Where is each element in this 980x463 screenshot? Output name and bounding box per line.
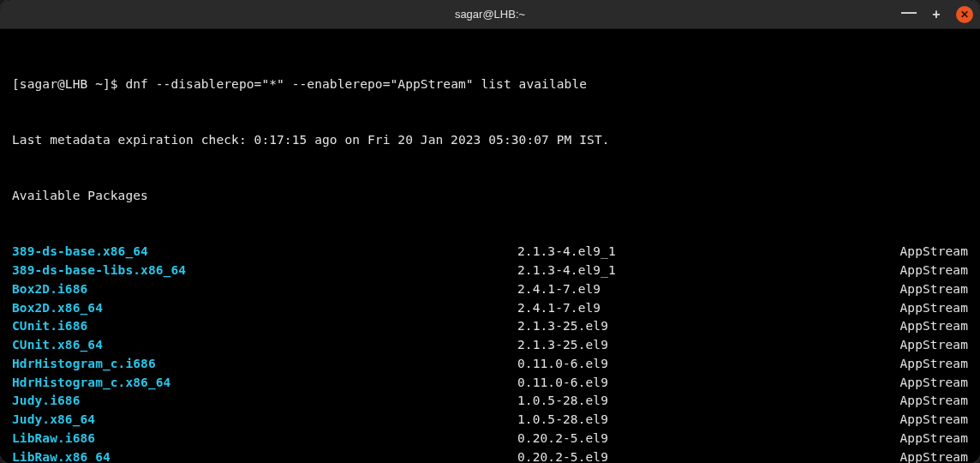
package-row: HdrHistogram_c.i6860.11.0-6.el9AppStream xyxy=(12,355,968,374)
package-name: HdrHistogram_c.i686 xyxy=(12,355,517,374)
package-list: 389-ds-base.x86_642.1.3-4.el9_1AppStream… xyxy=(12,243,968,463)
package-row: 389-ds-base-libs.x86_642.1.3-4.el9_1AppS… xyxy=(12,262,968,280)
terminal-window: sagar@LHB:~ ― + ✕ [sagar@LHB ~]$ dnf --d… xyxy=(0,0,980,463)
prompt-command: dnf --disablerepo="*" --enablerepo="AppS… xyxy=(125,77,587,91)
package-row: Box2D.i6862.4.1-7.el9AppStream xyxy=(12,280,968,299)
window-controls: ― + ✕ xyxy=(901,6,973,23)
package-name: 389-ds-base-libs.x86_64 xyxy=(12,262,517,280)
package-name: CUnit.x86_64 xyxy=(12,336,517,355)
terminal-body[interactable]: [sagar@LHB ~]$ dnf --disablerepo="*" --e… xyxy=(0,29,980,463)
package-repo: AppStream xyxy=(886,355,968,374)
package-name: LibRaw.i686 xyxy=(12,430,517,448)
package-name: CUnit.i686 xyxy=(12,317,517,336)
minimize-button[interactable]: ― xyxy=(901,7,917,22)
package-row: Judy.x86_641.0.5-28.el9AppStream xyxy=(12,411,968,430)
package-version: 0.11.0-6.el9 xyxy=(517,374,886,393)
package-name: Judy.x86_64 xyxy=(12,411,517,430)
package-version: 2.1.3-25.el9 xyxy=(517,317,886,336)
package-version: 2.1.3-25.el9 xyxy=(517,336,886,355)
package-version: 1.0.5-28.el9 xyxy=(517,411,886,430)
package-name: Box2D.x86_64 xyxy=(12,299,517,318)
package-name: HdrHistogram_c.x86_64 xyxy=(12,374,517,393)
package-repo: AppStream xyxy=(886,262,968,280)
package-version: 2.4.1-7.el9 xyxy=(517,280,886,299)
package-repo: AppStream xyxy=(886,448,968,464)
package-name: Judy.i686 xyxy=(12,392,517,411)
package-version: 0.20.2-5.el9 xyxy=(517,448,886,464)
package-repo: AppStream xyxy=(886,336,968,355)
maximize-button[interactable]: + xyxy=(929,7,944,22)
package-repo: AppStream xyxy=(886,411,968,430)
package-row: 389-ds-base.x86_642.1.3-4.el9_1AppStream xyxy=(12,243,968,262)
package-version: 0.11.0-6.el9 xyxy=(517,355,886,374)
close-button[interactable]: ✕ xyxy=(956,6,973,23)
package-version: 2.1.3-4.el9_1 xyxy=(517,262,886,280)
package-row: HdrHistogram_c.x86_640.11.0-6.el9AppStre… xyxy=(12,374,968,393)
package-row: LibRaw.i6860.20.2-5.el9AppStream xyxy=(12,430,968,448)
prompt-prefix: [sagar@LHB ~]$ xyxy=(12,77,125,91)
package-version: 0.20.2-5.el9 xyxy=(517,430,886,448)
package-name: Box2D.i686 xyxy=(12,280,517,299)
package-name: 389-ds-base.x86_64 xyxy=(12,243,517,262)
list-header: Available Packages xyxy=(12,187,968,206)
package-row: CUnit.x86_642.1.3-25.el9AppStream xyxy=(12,336,968,355)
package-repo: AppStream xyxy=(886,243,968,262)
metadata-line: Last metadata expiration check: 0:17:15 … xyxy=(12,131,968,150)
package-repo: AppStream xyxy=(886,374,968,393)
package-version: 1.0.5-28.el9 xyxy=(517,392,886,411)
package-repo: AppStream xyxy=(886,430,968,448)
package-row: Box2D.x86_642.4.1-7.el9AppStream xyxy=(12,299,968,318)
window-title: sagar@LHB:~ xyxy=(455,8,525,21)
package-row: CUnit.i6862.1.3-25.el9AppStream xyxy=(12,317,968,336)
package-row: Judy.i6861.0.5-28.el9AppStream xyxy=(12,392,968,411)
package-name: LibRaw.x86_64 xyxy=(12,448,517,464)
titlebar[interactable]: sagar@LHB:~ ― + ✕ xyxy=(0,0,980,29)
package-repo: AppStream xyxy=(886,280,968,299)
package-repo: AppStream xyxy=(886,317,968,336)
package-repo: AppStream xyxy=(886,299,968,318)
prompt-line: [sagar@LHB ~]$ dnf --disablerepo="*" --e… xyxy=(12,75,968,94)
package-version: 2.4.1-7.el9 xyxy=(517,299,886,318)
package-version: 2.1.3-4.el9_1 xyxy=(517,243,886,262)
package-row: LibRaw.x86_640.20.2-5.el9AppStream xyxy=(12,448,968,464)
package-repo: AppStream xyxy=(886,392,968,411)
